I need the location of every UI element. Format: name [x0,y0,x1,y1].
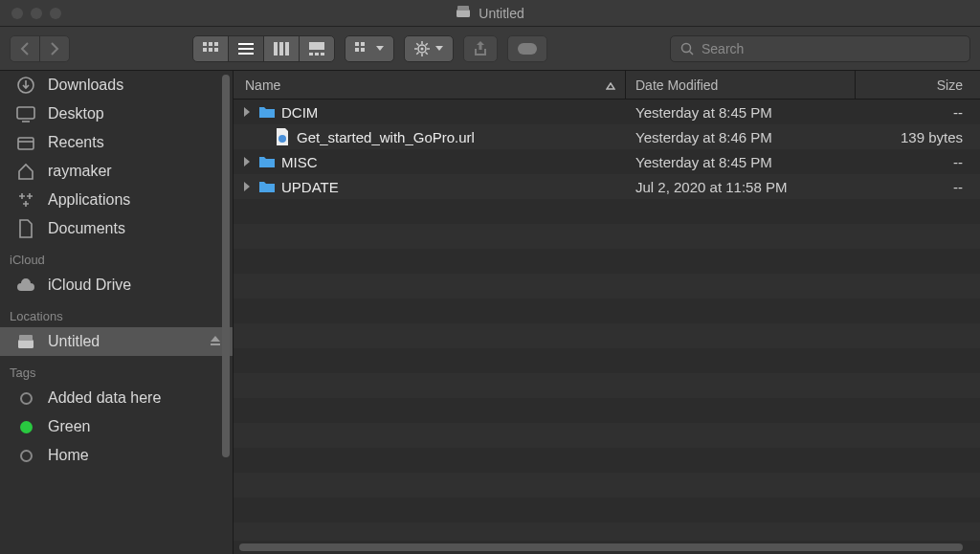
sidebar-tag-home[interactable]: Home [0,441,233,470]
back-button[interactable] [10,35,40,62]
file-row[interactable]: MISC Yesterday at 8:45 PM -- [234,149,980,174]
sidebar-item-label: Applications [48,191,130,209]
sidebar-scrollbar[interactable] [219,71,233,554]
horizontal-scrollbar[interactable] [234,541,980,554]
sidebar-item-label: Recents [48,134,104,151]
tag-circle-icon [15,417,36,436]
sidebar-section-locations: Locations [0,299,233,327]
svg-rect-0 [457,10,470,17]
sidebar-item-icloud-drive[interactable]: iCloud Drive [0,271,233,299]
svg-rect-40 [18,340,33,348]
column-view-button[interactable] [263,35,300,62]
minimize-window-button[interactable] [31,8,42,19]
sort-ascending-icon [606,78,615,93]
sidebar-item-label: Green [48,418,90,435]
svg-rect-18 [355,42,359,46]
column-size[interactable]: Size [856,71,980,99]
folder-icon [258,178,276,195]
svg-point-33 [682,43,691,52]
drive-icon [456,5,471,21]
search-field[interactable] [670,35,970,62]
svg-rect-15 [309,53,313,55]
svg-rect-13 [285,42,289,55]
share-button[interactable] [463,35,498,62]
svg-line-28 [416,43,418,45]
download-icon [15,76,36,95]
svg-rect-6 [209,48,212,52]
file-row[interactable]: Get_started_with_GoPro.url Yesterday at … [234,124,980,149]
svg-line-31 [426,43,428,45]
cloud-icon [15,276,36,295]
sidebar-tag-green[interactable]: Green [0,412,233,441]
file-date: Yesterday at 8:45 PM [626,154,856,170]
file-list: Name Date Modified Size DCIM Yesterday a… [234,71,980,554]
svg-rect-32 [518,43,537,55]
zoom-window-button[interactable] [50,8,61,19]
disclosure-triangle-icon[interactable] [241,182,253,191]
column-name[interactable]: Name [234,71,626,99]
list-view-button[interactable] [228,35,264,62]
grid-icon [203,42,218,55]
sidebar-item-label: Downloads [48,77,123,94]
toolbar [0,27,980,71]
sidebar: Downloads Desktop Recents raymaker Appli… [0,71,234,554]
disclosure-triangle-icon[interactable] [241,107,253,117]
sidebar-item-label: raymaker [48,163,112,180]
file-date: Yesterday at 8:46 PM [626,129,856,145]
arrange-button[interactable] [345,35,394,62]
svg-rect-11 [274,42,278,55]
gear-icon [414,41,430,56]
file-row[interactable]: UPDATE Jul 2, 2020 at 11:58 PM -- [234,174,980,199]
action-button[interactable] [404,35,454,62]
sidebar-item-label: Untitled [48,333,100,350]
svg-rect-3 [209,42,212,46]
sidebar-item-downloads[interactable]: Downloads [0,71,233,100]
sidebar-item-label: iCloud Drive [48,277,131,294]
file-size: -- [856,104,980,121]
gallery-view-button[interactable] [299,35,335,62]
icon-view-button[interactable] [192,35,229,62]
svg-rect-21 [361,48,365,52]
sidebar-section-icloud: iCloud [0,243,233,271]
svg-rect-2 [203,42,207,46]
weblink-file-icon [274,128,291,145]
close-window-button[interactable] [11,8,23,19]
desktop-icon [15,104,36,123]
tags-button[interactable] [507,35,547,62]
share-icon [474,41,487,56]
sidebar-tag-added-data-here[interactable]: Added data here [0,384,233,412]
folder-icon [258,103,276,121]
svg-rect-41 [19,335,33,341]
column-date-modified[interactable]: Date Modified [626,71,856,99]
svg-rect-16 [315,53,319,55]
sidebar-item-desktop[interactable]: Desktop [0,100,233,128]
svg-line-34 [690,51,694,55]
svg-rect-17 [321,53,324,55]
svg-rect-8 [238,43,254,45]
file-row[interactable]: DCIM Yesterday at 8:45 PM -- [234,100,980,124]
sidebar-item-label: Home [48,447,89,464]
search-input[interactable] [702,41,960,56]
recents-icon [15,133,36,152]
columns-icon [274,42,289,55]
apps-icon [15,190,36,210]
file-size: -- [856,154,980,170]
file-date: Jul 2, 2020 at 11:58 PM [626,179,856,195]
titlebar[interactable]: Untitled [0,0,980,27]
svg-rect-19 [361,42,365,46]
disclosure-triangle-icon[interactable] [241,157,253,166]
svg-rect-7 [214,48,218,52]
svg-rect-5 [203,48,207,52]
svg-rect-9 [238,48,254,50]
file-date: Yesterday at 8:45 PM [626,104,856,121]
svg-point-23 [421,47,424,50]
sidebar-item-untitled-drive[interactable]: Untitled [0,327,233,356]
sidebar-item-home[interactable]: raymaker [0,157,233,186]
sidebar-item-recents[interactable]: Recents [0,128,233,157]
svg-rect-12 [279,42,283,55]
forward-button[interactable] [39,35,70,62]
sidebar-item-documents[interactable]: Documents [0,214,233,243]
svg-rect-20 [355,48,359,52]
sidebar-item-applications[interactable]: Applications [0,186,233,214]
svg-rect-38 [18,138,33,149]
